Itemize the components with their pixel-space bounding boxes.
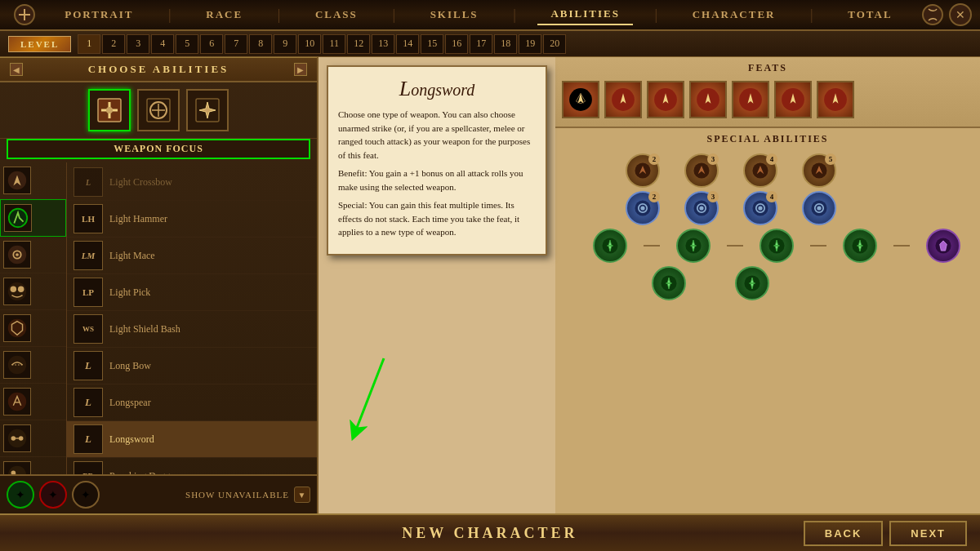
feat-cat-magic[interactable] [186,89,229,131]
svg-point-43 [640,206,644,210]
level-14[interactable]: 14 [396,34,419,54]
panel-arrow-right[interactable]: ▶ [294,63,307,76]
level-13[interactable]: 13 [372,34,394,54]
grid-node-sword-3[interactable] [760,229,794,263]
ability-item-longspear[interactable]: L Longspear [67,384,317,421]
grid-node-sword-4[interactable] [843,229,877,263]
level-11[interactable]: 11 [323,34,345,54]
feat-slot-5[interactable] [732,81,769,118]
grid-node-blue-4[interactable] [802,191,836,225]
nav-abilities[interactable]: ABILITIES [537,4,632,25]
sidebar-item-alliedsp[interactable] [0,273,66,310]
level-4[interactable]: 4 [151,34,174,54]
grid-node-brown-4[interactable]: 5 [802,153,836,188]
level-7[interactable]: 7 [225,34,247,54]
level-19[interactable]: 19 [519,34,541,54]
grid-node-num-4: 5 [825,153,836,165]
level-16[interactable]: 16 [445,34,468,54]
reject-icon-button[interactable]: ✦ [39,481,67,509]
ability-name-lightcrossbow: Light Crossbow [109,176,310,189]
special-abilities-section: SPECIAL ABILITIES 2 3 [555,128,980,513]
panel-arrow-left[interactable]: ◀ [10,63,23,76]
level-9[interactable]: 9 [274,34,296,54]
level-5[interactable]: 5 [176,34,198,54]
ability-name-lightshieldbash: Light Shield Bash [109,323,310,335]
grid-node-sword-2[interactable] [676,229,710,263]
accept-icon-button[interactable]: ✦ [7,481,34,509]
info-icon-button[interactable]: ✦ [72,481,100,509]
sidebar-item-weaponf[interactable] [0,199,66,237]
nav-sep-2: | [278,7,281,24]
feat-slot-6[interactable] [774,81,812,118]
feat-cat-general[interactable] [88,89,131,131]
svg-point-22 [19,436,24,441]
close-button[interactable]: ✕ [949,3,972,26]
level-1[interactable]: 1 [78,34,100,54]
sidebar-item-blindfig[interactable] [0,347,66,384]
level-12[interactable]: 12 [347,34,370,54]
nav-character[interactable]: CHARACTER [679,5,789,24]
ability-item-lightpick[interactable]: LP Light Pick [67,274,317,311]
nav-portrait[interactable]: PORTRAIT [51,5,146,24]
grid-node-blue-3[interactable]: 4 [743,191,777,225]
feat-slot-7[interactable] [817,81,854,118]
next-button[interactable]: NEXT [889,521,967,546]
sidebar-item-coordina2[interactable] [0,457,66,474]
nav-race[interactable]: RACE [193,5,256,24]
level-20[interactable]: 20 [543,34,566,54]
grid-node-brown-3[interactable]: 4 [743,153,777,188]
grid-node-sword-1[interactable] [593,229,627,263]
tooltip-para-2: Benefit: You gain a +1 bonus on all atta… [338,167,536,193]
ability-icon-longsword: L [74,424,103,454]
show-unavailable-dropdown[interactable]: ▼ [294,487,310,503]
nav-class[interactable]: CLASS [302,5,371,24]
grid-node-sword-sub-2[interactable] [735,266,769,300]
nav-skills[interactable]: SKILLS [417,5,492,24]
grid-node-purple-1[interactable] [926,229,960,263]
level-15[interactable]: 15 [421,34,443,54]
ability-item-punchingdagger[interactable]: PD Punching Dagger [67,458,317,474]
feat-slot-4[interactable] [689,81,727,118]
svg-point-3 [106,107,113,113]
svg-point-12 [8,282,26,300]
grid-node-blue-1[interactable]: 2 [626,191,660,225]
feat-slot-2[interactable] [604,81,642,118]
feat-cat-combat[interactable] [137,89,180,131]
grid-node-blue-2[interactable]: 3 [684,191,719,225]
level-17[interactable]: 17 [470,34,492,54]
grid-node-num-1: 2 [648,153,660,165]
ability-grid-row-3 [560,229,975,263]
sidebar-item-alertness[interactable] [0,237,66,273]
level-8[interactable]: 8 [249,34,272,54]
show-unavailable-toggle[interactable]: SHOW UNAVAILABLE ▼ [185,487,310,503]
grid-node-brown-2[interactable]: 3 [684,153,719,188]
level-2[interactable]: 2 [102,34,125,54]
feats-section: FEATS [555,57,980,128]
feat-slot-3[interactable] [647,81,684,118]
ability-item-lightcrossbow[interactable]: L Light Crossbow [67,164,317,201]
sidebar-item-coordina1[interactable] [0,420,66,457]
ability-item-longsword[interactable]: L Longsword [67,421,317,458]
nav-sep-5: | [654,7,657,24]
sidebar-item-armorfo[interactable] [0,310,66,347]
new-character-title: NEW CHARACTER [176,525,804,542]
sidebar-item-pointbla[interactable] [0,162,66,199]
grid-node-brown-1[interactable]: 2 [626,153,660,188]
level-10[interactable]: 10 [298,34,321,54]
sidebar-item-combatr[interactable] [0,384,66,420]
level-18[interactable]: 18 [494,34,517,54]
ability-icon-longspear: L [74,388,103,417]
back-button[interactable]: BACK [804,521,884,546]
level-3[interactable]: 3 [127,34,149,54]
feat-slot-1[interactable] [562,81,599,118]
grid-node-sword-sub-1[interactable] [652,266,686,300]
level-6[interactable]: 6 [200,34,223,54]
ability-grid-row-1: 2 3 4 [560,153,975,188]
sidebar-icon-coordina1 [3,424,31,452]
ability-item-lighthammer[interactable]: LH Light Hammer [67,201,317,238]
ability-item-lightmace[interactable]: LM Light Mace [67,238,317,274]
ability-item-lightshieldbash[interactable]: WS Light Shield Bash [67,311,317,348]
nav-sep-6: | [810,7,813,24]
nav-total[interactable]: TOTAL [835,5,905,24]
ability-item-longbow[interactable]: L Long Bow [67,348,317,384]
